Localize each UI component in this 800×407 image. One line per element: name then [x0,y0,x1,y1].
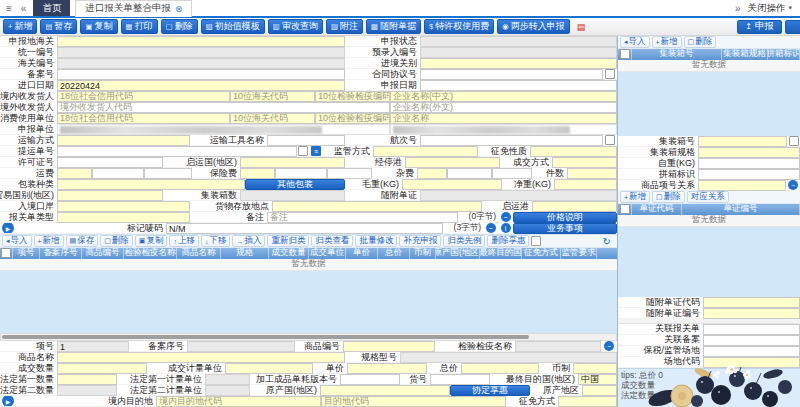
voyage-number-input[interactable] [420,135,603,146]
close-tab-icon[interactable]: ⊗ [175,4,183,14]
other-package-button[interactable]: 其他包装 [245,179,345,190]
marks-collapse-icon[interactable]: − [486,223,496,233]
review-query-button[interactable]: ▥审改查询 [268,19,323,34]
contract-checkbox[interactable] [605,69,615,79]
overseas-consignee-name-input[interactable]: 企业名称(外文) [390,102,617,113]
tab-home[interactable]: 首页 [33,0,70,16]
select-all-checkbox[interactable] [620,49,630,59]
domestic-consignee-customs-code-input[interactable]: 10位海关代码 [230,91,315,102]
transaction-mode-input[interactable] [552,157,617,168]
init-template-button[interactable]: ▧初始值模板 [201,19,265,34]
consumer-unit-name-input[interactable]: 企业名称 [390,113,617,124]
gross-weight-input[interactable] [402,179,502,190]
container-weight-input[interactable] [698,158,800,169]
tab-import-declaration[interactable]: 进口报关单整合申报 ⊗ [75,0,192,17]
doc-new-button[interactable]: +新增 [620,191,650,203]
insurance-rate-input[interactable] [275,168,327,179]
goods-import-button[interactable]: ◂导入 [2,235,32,247]
consumer-unit-customs-code-input[interactable]: 10位海关代码 [230,113,315,124]
business-matters-button[interactable]: 业务事项 [513,223,617,234]
goods-delete-benefit-button[interactable]: 删除享惠 [487,235,529,247]
detail-currency-input[interactable] [573,363,617,374]
notes-button[interactable]: ▨附注 [326,19,363,34]
bill-number-input[interactable] [57,146,297,157]
trade-country-input[interactable] [57,190,163,201]
goods-option-checkbox[interactable] [531,236,541,246]
piece-count-input[interactable] [567,168,617,179]
manifest-lookup-icon[interactable]: ≡ [311,146,321,156]
voyage-checkbox[interactable] [605,135,615,145]
horizontal-scrollbar[interactable] [0,333,617,341]
domestic-destination-input[interactable]: 境内目的地代码 [156,396,321,407]
expand-section-icon[interactable]: ▶ [2,223,14,234]
freight-mark-input[interactable] [57,168,92,179]
remarks-input[interactable]: 备注 [267,212,458,223]
container-new-button[interactable]: +新增 [652,36,682,48]
detail-exemption-method-input[interactable] [558,396,617,407]
print-button[interactable]: ▦打印 [121,19,158,34]
license-number-input[interactable] [57,157,163,168]
contract-number-input[interactable] [420,69,603,80]
domestic-consignee-name-input[interactable]: 企业名称(中文) [390,91,617,102]
entry-customs-input[interactable] [420,58,617,69]
lcl-flag-input[interactable] [698,169,800,180]
net-weight-input[interactable] [554,179,617,190]
item-relation-input[interactable] [698,180,786,191]
remarks-collapse-icon[interactable]: − [501,212,511,222]
detail-origin-country-input[interactable] [320,385,450,396]
price-description-button[interactable]: 价格说明 [513,212,617,223]
goods-copy-button[interactable]: ▣复制 [135,235,168,247]
detail-qty-input[interactable] [57,363,147,374]
declare-date-field[interactable] [420,80,617,91]
save-draft-button[interactable]: ▤暂存 [40,19,77,34]
bonded-site-input[interactable] [703,346,800,357]
royalty-fee-button[interactable]: $特许权使用费 [424,19,494,34]
domestic-consignee-uscc-input[interactable]: 18位社会信用代码 [57,91,230,102]
detail-final-dest-input[interactable]: 中国 [578,374,617,385]
supervision-mode-input[interactable] [373,146,478,157]
agreement-benefit-button[interactable]: 协定享惠 [450,385,530,396]
domestic-consignee-ciq-code-input[interactable]: 10位检验检疫编码 [315,91,390,102]
clipped-button[interactable] [785,20,800,34]
exemption-nature-input[interactable] [530,146,617,157]
attached-doc-number-input[interactable] [703,308,800,319]
container-import-button[interactable]: ◂导入 [620,36,650,48]
freight-rate-input[interactable] [92,168,144,179]
attached-documents-button[interactable]: ▩随附单据 [366,19,421,34]
goods-save-button[interactable]: ▤保存 [66,235,99,247]
record-number-input[interactable] [57,69,345,80]
marks-info-icon[interactable]: i [501,223,511,233]
insurance-mark-input[interactable] [240,168,275,179]
detail-total-price-input[interactable] [461,363,539,374]
new-button[interactable]: +新增 [3,19,37,34]
container-number-input[interactable] [698,136,787,147]
transport-name-input[interactable] [267,135,345,146]
decl-customs-input[interactable] [57,36,345,47]
bill-checkbox[interactable] [298,146,308,156]
correspondence-button[interactable]: 对应关系 [687,191,729,203]
departure-country-input[interactable] [240,157,345,168]
detail-commodity-name-input[interactable] [57,352,345,363]
container-delete-button[interactable]: ▢删除 [684,36,717,48]
two-step-declare-button[interactable]: ◉两步转入申报 [497,19,570,34]
goods-insert-button[interactable]: →插入 [232,235,265,247]
misc-rate-input[interactable] [447,168,492,179]
detail-collapse-icon[interactable]: − [604,341,614,351]
goods-precedent-button[interactable]: 归类先例 [443,235,485,247]
transit-port-input[interactable] [405,157,500,168]
expand-tabs-icon[interactable]: » [733,3,743,14]
insurance-currency-input[interactable] [327,168,372,179]
departure-port-input[interactable] [532,201,617,212]
detail-consumption-version-input[interactable] [340,374,400,385]
refresh-icon[interactable]: ↻ [599,236,615,247]
package-type-input[interactable] [57,179,245,190]
freight-currency-input[interactable] [144,168,192,179]
delete-button[interactable]: ▢删除 [161,19,198,34]
transport-mode-input[interactable] [57,135,190,146]
detail-unit-price-input[interactable] [347,363,427,374]
scrollbar-thumb[interactable] [2,335,529,339]
goods-batch-edit-button[interactable]: 批量修改 [355,235,397,247]
container-checkbox[interactable] [789,136,799,146]
goods-supplement-button[interactable]: 补充申报 [399,235,441,247]
detail-expand-icon[interactable]: ▶ [2,396,14,407]
